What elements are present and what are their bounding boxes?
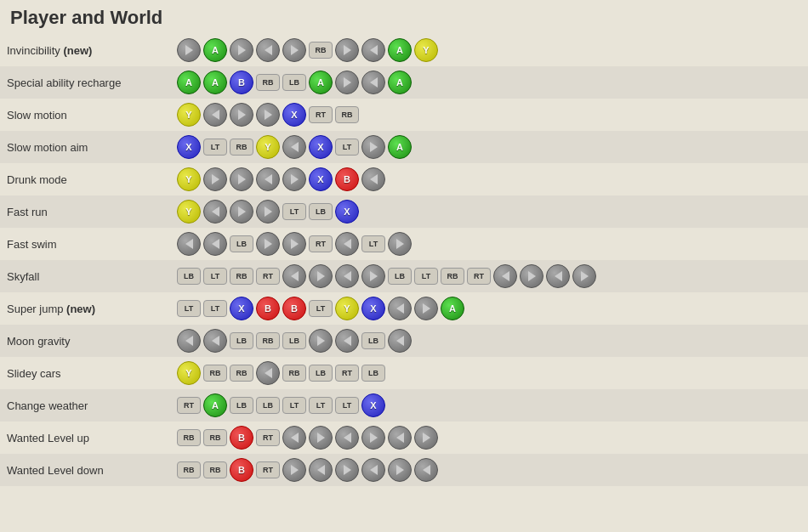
letter-button-y-yellow: Y [177,200,201,224]
cheat-buttons: LTLTXBBLTYXA [170,292,808,325]
letter-button-x-blue: X [309,167,333,191]
letter-button-a-green: A [388,38,412,62]
pill-button-rt: RT [467,268,491,285]
arrow-right-button [572,264,596,288]
letter-button-b-red: B [230,426,253,450]
pill-button-lt: LT [414,268,438,285]
letter-button-b-red: B [335,167,359,191]
page-title: Player and World [0,0,808,34]
pill-button-lb: LB [388,268,412,285]
cheat-label: Change weather [0,389,170,422]
pill-button-rb: RB [203,461,227,478]
arrow-right-button [414,426,438,450]
letter-button-x-blue: X [177,135,201,159]
table-row: Slow motion aimXLTRBYXLTA [0,131,808,163]
table-row: SkyfallLBLTRBRTLBLTRBRT [0,260,808,292]
letter-button-y-yellow: Y [177,361,201,385]
pill-button-lt: LT [335,397,359,414]
cheat-label: Wanted Level down [0,454,170,486]
arrow-left-button [282,135,306,159]
cheat-buttons: XLTRBYXLTA [170,131,808,163]
pill-button-lb: LB [177,268,201,285]
arrow-right-button [230,200,253,224]
cheat-label: Wanted Level up [0,422,170,454]
table-row: Moon gravityLBRBLBLB [0,325,808,357]
arrow-right-button [282,458,306,482]
cheat-buttons: YRBRBRBLBRTLB [170,357,808,389]
cheat-buttons: LBRTLT [170,228,808,260]
arrow-right-button [309,426,333,450]
letter-button-y-yellow: Y [256,135,280,159]
arrow-left-button [203,103,227,127]
cheat-label: Invincibility (new) [0,34,170,66]
arrow-right-button [335,458,359,482]
letter-button-y-yellow: Y [177,167,201,191]
cheat-label: Skyfall [0,260,170,292]
pill-button-rb: RB [230,365,253,382]
arrow-right-button [256,232,280,256]
arrow-left-button [335,232,359,256]
arrow-left-button [361,167,385,191]
pill-button-rb: RB [203,429,227,446]
table-row: Fast runYLTLBX [0,195,808,228]
arrow-left-button [414,458,438,482]
arrow-right-button [335,38,359,62]
cheat-label: Fast run [0,195,170,228]
cheat-buttons: AABRBLBAA [170,66,808,99]
arrow-right-button [309,329,333,353]
arrow-right-button [230,167,253,191]
pill-button-rb: RB [256,332,280,349]
letter-button-y-yellow: Y [414,38,438,62]
pill-button-lb: LB [256,397,280,414]
pill-button-lb: LB [230,235,253,252]
pill-button-rb: RB [335,106,359,123]
pill-button-rb: RB [282,365,306,382]
pill-button-rt: RT [256,461,280,478]
letter-button-y-yellow: Y [335,297,359,320]
letter-button-b-red: B [230,458,253,482]
pill-button-lt: LT [177,300,201,317]
pill-button-rb: RB [256,74,280,91]
cheat-label: Slow motion [0,99,170,131]
arrow-left-button [203,329,227,353]
letter-button-a-green: A [203,38,227,62]
arrow-right-button [177,38,201,62]
pill-button-rt: RT [309,235,333,252]
pill-button-rb: RB [309,42,333,59]
cheat-buttons: LBRBLBLB [170,325,808,357]
pill-button-rb: RB [230,268,253,285]
arrow-left-button [256,361,280,385]
arrow-right-button [282,232,306,256]
pill-button-lb: LB [309,365,333,382]
arrow-left-button [388,297,412,320]
pill-button-rb: RB [441,268,464,285]
arrow-right-button [230,38,253,62]
table-row: Slow motionYXRTRB [0,99,808,131]
pill-button-lb: LB [309,203,333,220]
arrow-left-button [388,329,412,353]
cheat-label: Slidey cars [0,357,170,389]
letter-button-b-red: B [256,297,280,320]
letter-button-x-blue: X [309,135,333,159]
letter-button-a-green: A [177,71,201,94]
pill-button-lb: LB [282,332,306,349]
arrow-left-button [177,232,201,256]
arrow-right-button [361,135,385,159]
table-row: Super jump (new)LTLTXBBLTYXA [0,292,808,325]
pill-button-rb: RB [177,429,201,446]
cheat-label: Slow motion aim [0,131,170,163]
pill-button-lb: LB [361,365,385,382]
arrow-left-button [335,264,359,288]
letter-button-a-green: A [441,297,464,320]
pill-button-rt: RT [309,106,333,123]
pill-button-rt: RT [177,397,201,414]
arrow-left-button [282,264,306,288]
pill-button-lb: LB [282,74,306,91]
pill-button-lt: LT [203,139,227,156]
letter-button-a-green: A [388,135,412,159]
cheat-buttons: YXB [170,163,808,195]
arrow-left-button [361,458,385,482]
cheat-buttons: RTALBLBLTLTLTX [170,389,808,422]
letter-button-x-blue: X [361,297,385,320]
pill-button-lt: LT [335,139,359,156]
